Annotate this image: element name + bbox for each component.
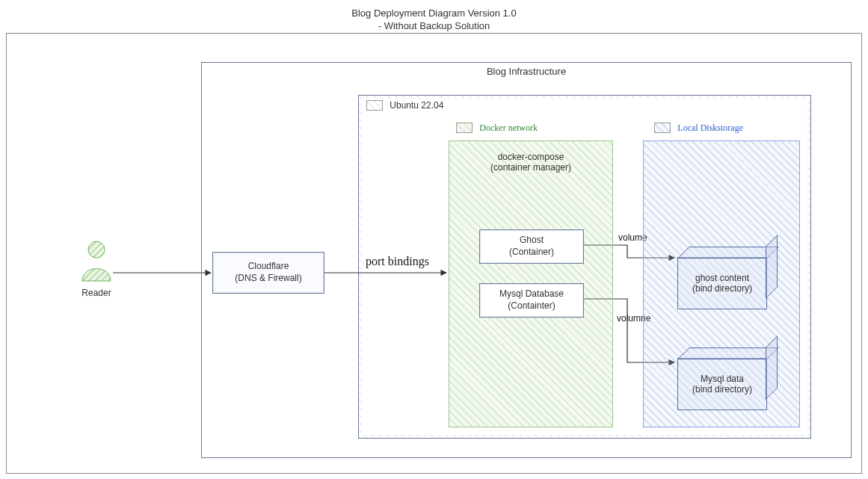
volume-ghost-content: ghost content (bind directory) — [677, 257, 767, 309]
mysql-line1: Mysql Database — [499, 288, 564, 300]
vol-ghost-line2: (bind directory) — [692, 283, 752, 294]
title-line2: - Without Backup Solution — [0, 20, 868, 33]
diagram-title: Blog Deployment Diagram Version 1.0 - Wi… — [0, 7, 868, 33]
compose-label: docker-compose (container manager) — [449, 152, 612, 173]
title-line1: Blog Deployment Diagram Version 1.0 — [0, 7, 868, 20]
vol-mysql-line1: Mysql data — [701, 374, 744, 384]
user-icon — [79, 239, 114, 282]
compose-line2: (container manager) — [449, 162, 612, 173]
disk-label: Local Diskstorage — [654, 123, 743, 134]
actor-reader: Reader — [74, 239, 119, 298]
ubuntu-title: Ubuntu 22.04 — [390, 100, 443, 111]
infra-title: Blog Infrastructure — [202, 66, 851, 77]
volume-mysql-data: Mysql data (bind directory) — [677, 358, 767, 410]
ghost-line1: Ghost — [520, 235, 544, 247]
edge-label-port: port bindings — [366, 255, 429, 268]
svg-point-2 — [88, 241, 105, 258]
mysql-line2: (Containter) — [508, 300, 555, 312]
swatch-icon — [456, 123, 473, 133]
region-docker-network: docker-compose (container manager) Ghost… — [449, 140, 613, 427]
canvas-frame: Reader Cloudflare (DNS & Firewall) Blog … — [6, 33, 862, 474]
swatch-icon — [654, 123, 671, 133]
docker-net-label: Docker network — [456, 123, 538, 134]
ghost-line2: (Container) — [509, 247, 554, 259]
actor-label: Reader — [74, 288, 119, 298]
compose-line1: docker-compose — [449, 152, 612, 162]
vol-ghost-line1: ghost content — [695, 273, 749, 283]
ubuntu-title-wrap: Ubuntu 22.04 — [366, 100, 443, 111]
region-local-disk: ghost content (bind directory) Mysql dat… — [643, 140, 800, 427]
swatch-icon — [366, 100, 383, 111]
vol-mysql-line2: (bind directory) — [692, 384, 752, 395]
docker-net-title: Docker network — [479, 123, 538, 133]
node-ghost: Ghost (Container) — [479, 229, 584, 264]
disk-title: Local Diskstorage — [677, 123, 743, 133]
node-mysql: Mysql Database (Containter) — [479, 283, 584, 318]
